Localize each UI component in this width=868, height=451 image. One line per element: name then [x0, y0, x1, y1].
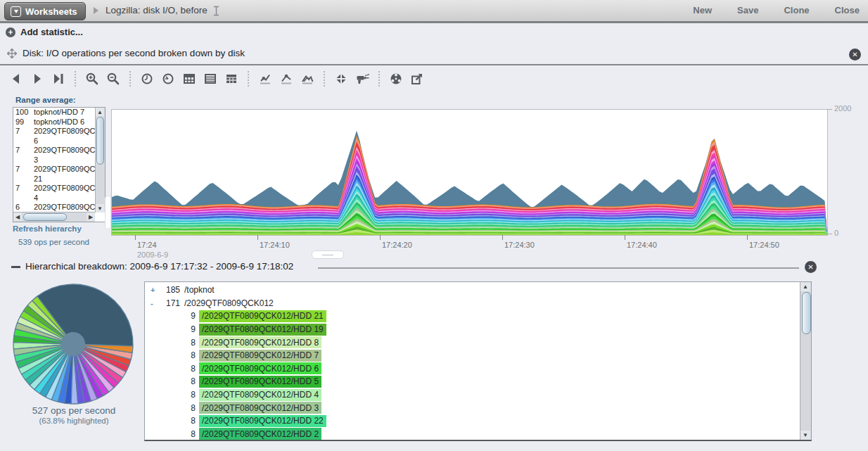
worksheet-title[interactable]: Logzilla: disk I/O, before: [106, 5, 208, 15]
scroll-left-button[interactable]: ◀: [13, 212, 22, 221]
scroll-up-button[interactable]: ▲: [800, 282, 810, 291]
tree-row[interactable]: 8/2029QTF0809QCK012/HDD 2: [145, 428, 800, 441]
tree-row-name[interactable]: /2029QTF0809QCK012/HDD 4: [199, 389, 321, 401]
tree-row[interactable]: 9/2029QTF0809QCK012/HDD 19: [145, 323, 800, 336]
tree-row-name[interactable]: /2029QTF0809QCK012/HDD 3: [199, 402, 321, 414]
expand-toggle-icon[interactable]: +: [145, 286, 160, 294]
statistic-close-button[interactable]: ✕: [849, 49, 861, 61]
time-window-2-button[interactable]: [160, 71, 176, 87]
tree-row-name[interactable]: /2029QTF0809QCK012/HDD 8: [199, 336, 321, 348]
statistic-separator: [0, 64, 868, 65]
tree-row-name[interactable]: /2029QTF0809QCK012/HDD 21: [199, 310, 326, 322]
pan-right-button[interactable]: [30, 71, 45, 87]
line-chart-min-button[interactable]: [257, 71, 273, 87]
refresh-hierarchy-link[interactable]: Refresh hierarchy: [13, 224, 82, 233]
pan-left-button[interactable]: [8, 71, 24, 87]
range-row[interactable]: 72029QTF0809QC 6: [13, 127, 95, 146]
y-axis-min-label: 0: [827, 229, 838, 237]
add-statistic-button[interactable]: + Add statistic...: [6, 27, 83, 37]
scroll-thumb[interactable]: [96, 117, 104, 165]
line-chart-avg-button[interactable]: [279, 71, 294, 87]
archive-dataset-icon: [389, 72, 403, 86]
close-button[interactable]: Close: [835, 5, 860, 15]
breakdown-collapse-toggle[interactable]: [11, 266, 20, 268]
list-chart-resize-handle[interactable]: [105, 196, 111, 229]
area-chart-icon: [300, 72, 314, 86]
tree-row-name[interactable]: /2029QTF0809QCK012/HDD 22: [199, 415, 326, 427]
new-button[interactable]: New: [693, 5, 712, 15]
pan-to-now-button[interactable]: [51, 71, 66, 87]
stacked-area-plot: [112, 110, 827, 235]
tree-row[interactable]: 8/2029QTF0809QCK012/HDD 8: [145, 336, 800, 349]
tree-row[interactable]: 9/2029QTF0809QCK012/HDD 21: [145, 310, 800, 323]
time-window-1-button[interactable]: [139, 71, 155, 87]
scroll-down-button[interactable]: ▼: [96, 204, 104, 212]
range-row[interactable]: 100topknot/HDD 7: [13, 108, 95, 117]
collapse-toggle-icon[interactable]: -: [145, 299, 160, 307]
save-button[interactable]: Save: [737, 5, 758, 15]
crop-outliers-button[interactable]: [333, 71, 349, 87]
zoom-out-icon: [106, 72, 120, 86]
scroll-up-button[interactable]: ▲: [96, 108, 104, 116]
breakdown-close-button[interactable]: ✕: [805, 261, 817, 273]
table-range-view-button[interactable]: [203, 71, 218, 87]
tree-row[interactable]: 8/2029QTF0809QCK012/HDD 3: [145, 401, 800, 414]
scroll-right-button[interactable]: ▶: [87, 212, 95, 221]
scroll-thumb[interactable]: [23, 213, 67, 221]
tree-row[interactable]: 8/2029QTF0809QCK012/HDD 7: [145, 349, 800, 362]
text-cursor-icon: [213, 6, 219, 19]
tree-row-name[interactable]: /2029QTF0809QCK012/HDD 2: [199, 428, 321, 440]
tree-row-name[interactable]: /2029QTF0809QCK012/HDD 7: [199, 350, 321, 362]
worksheet-actions: New Save Clone Close: [693, 5, 860, 15]
range-row[interactable]: 72029QTF0809QC 4: [13, 184, 95, 203]
scroll-thumb[interactable]: [802, 292, 811, 334]
toolbar-separator: [378, 71, 380, 87]
range-row-value: 7: [13, 184, 32, 193]
time-window-2-icon: [161, 72, 175, 86]
tree-row-value: 8: [160, 376, 196, 386]
range-list-horizontal-scrollbar[interactable]: ◀ ▶: [13, 212, 95, 222]
scroll-down-button[interactable]: ▼: [800, 431, 810, 440]
clone-button[interactable]: Clone: [784, 5, 809, 15]
export-worksheet-button[interactable]: [409, 71, 425, 87]
tree-row[interactable]: -171/2029QTF0809QCK012: [145, 297, 800, 310]
area-chart-button[interactable]: [300, 71, 315, 87]
range-row-name: 2029QTF0809QC 21: [32, 165, 95, 184]
table-full-view-icon: [224, 72, 238, 86]
tree-row-name[interactable]: /2029QTF0809QCK012: [184, 298, 274, 308]
range-row[interactable]: 72029QTF0809QC 21: [13, 165, 95, 184]
drill-down-button[interactable]: [355, 71, 370, 87]
zoom-out-button[interactable]: [106, 71, 121, 87]
range-average-label: Range average:: [15, 96, 76, 104]
tree-row-value: 8: [160, 390, 196, 400]
tree-row[interactable]: +185/topknot: [145, 284, 800, 297]
tree-row[interactable]: 8/2029QTF0809QCK012/HDD 5: [145, 375, 800, 388]
chart-height-resize-handle[interactable]: [312, 250, 344, 259]
tree-row-value: 8: [160, 416, 196, 426]
tree-vertical-scrollbar[interactable]: ▲ ▼: [800, 282, 811, 440]
zoom-in-button[interactable]: [84, 71, 100, 87]
table-full-view-button[interactable]: [224, 71, 239, 87]
x-axis-label: 17:24:40: [627, 241, 657, 249]
add-statistic-label: Add statistic...: [20, 27, 83, 37]
table-view-button[interactable]: [181, 71, 197, 87]
tree-row-name[interactable]: /2029QTF0809QCK012/HDD 6: [199, 362, 321, 374]
tree-row-name[interactable]: /2029QTF0809QCK012/HDD 19: [199, 324, 326, 336]
worksheets-button[interactable]: Worksheets: [4, 2, 86, 20]
tree-row[interactable]: 8/2029QTF0809QCK012/HDD 4: [145, 388, 800, 402]
zoom-in-icon: [85, 72, 99, 86]
io-operations-chart[interactable]: [111, 109, 828, 236]
tree-row[interactable]: 8/2029QTF0809QCK012/HDD 6: [145, 362, 800, 376]
range-row[interactable]: 62029QTF0809QC: [13, 203, 95, 212]
range-row[interactable]: 99topknot/HDD 6: [13, 117, 95, 127]
range-row-name: topknot/HDD 7: [32, 108, 84, 117]
tree-row[interactable]: 8/2029QTF0809QCK012/HDD 22: [145, 414, 800, 428]
tree-row-name[interactable]: /2029QTF0809QCK012/HDD 5: [199, 376, 321, 388]
range-row[interactable]: 72029QTF0809QC 3: [13, 146, 95, 165]
x-axis-label: 17:24:20: [382, 241, 412, 249]
archive-dataset-button[interactable]: [388, 71, 404, 87]
breakdown-pie-chart[interactable]: [11, 282, 135, 406]
move-statistic-icon[interactable]: [7, 49, 17, 58]
tree-row-name[interactable]: /topknot: [184, 285, 215, 295]
range-list-vertical-scrollbar[interactable]: ▲ ▼: [95, 108, 105, 212]
